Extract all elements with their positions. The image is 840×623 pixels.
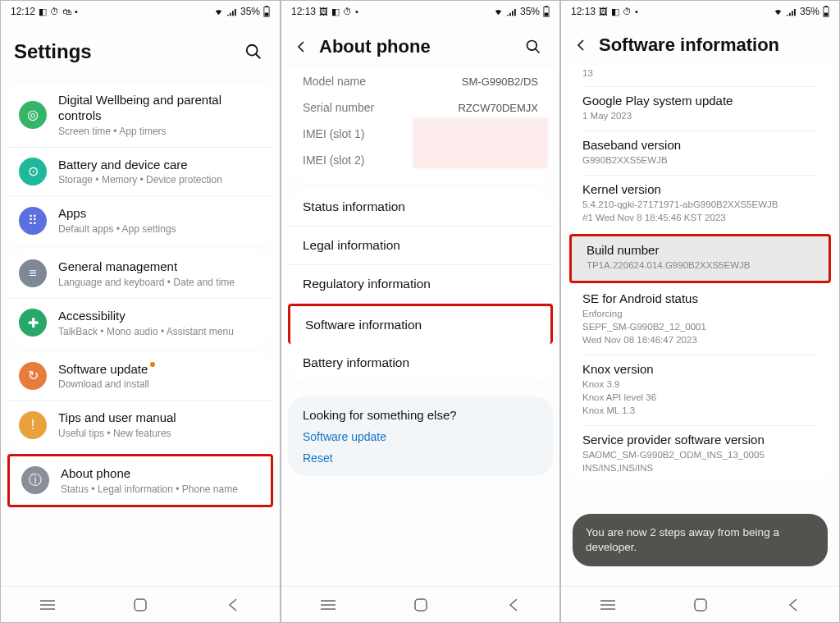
kv-value: RZCW70DEMJX xyxy=(458,102,538,114)
screen-software-info: 12:13 🖼 ◧ ⏱ • 35% Software information 1… xyxy=(560,0,840,623)
search-button[interactable] xyxy=(520,34,546,60)
svg-line-4 xyxy=(256,54,261,59)
status-indicator-icon: ◧ xyxy=(331,7,340,17)
search-button[interactable] xyxy=(240,39,267,65)
battery-icon xyxy=(823,6,829,17)
row-apps[interactable]: ⠿ Apps Default apps • App settings xyxy=(7,196,273,245)
info-sub: 1 May 2023 xyxy=(582,109,818,122)
row-regulatory-info[interactable]: Regulatory information xyxy=(288,265,553,304)
update-badge-icon xyxy=(150,362,155,367)
row-title: General management xyxy=(58,259,262,275)
row-baseband[interactable]: Baseband version G990B2XXS5EWJB xyxy=(568,131,833,175)
info-title: Knox version xyxy=(582,362,818,376)
nav-home[interactable] xyxy=(682,593,719,616)
svg-rect-11 xyxy=(545,13,549,16)
nav-recents[interactable] xyxy=(310,593,346,616)
row-general-management[interactable]: ≡ General management Language and keyboa… xyxy=(7,250,273,299)
row-battery-info[interactable]: Battery information xyxy=(288,344,553,382)
page-title: Settings xyxy=(14,40,240,63)
settings-group-1: ◎ Digital Wellbeing and parental control… xyxy=(7,83,273,245)
signal-icon xyxy=(787,7,797,16)
nav-recents[interactable] xyxy=(30,593,66,616)
nav-home[interactable] xyxy=(122,593,158,616)
screen-settings: 12:12 ◧ ⏱ 🛍 • 35% Settings ◎ xyxy=(0,0,281,623)
row-legal-info[interactable]: Legal information xyxy=(288,227,553,265)
nav-back[interactable] xyxy=(495,593,532,616)
row-title: Software update xyxy=(58,362,262,378)
info-sub: TP1A.220624.014.G990B2XXS5EWJB xyxy=(587,259,814,272)
nav-bar xyxy=(561,586,839,622)
info-sub: SAOMC_SM-G990B2_ODM_INS_13_0005 INS/INS,… xyxy=(582,448,818,474)
info-sub: Enforcing SEPF_SM-G990B2_12_0001 Wed Nov… xyxy=(582,307,818,346)
nav-back[interactable] xyxy=(215,593,251,616)
back-button[interactable] xyxy=(290,35,313,58)
info-sub: G990B2XXS5EWJB xyxy=(582,153,818,167)
dot-icon: • xyxy=(635,7,638,16)
row-kernel[interactable]: Kernel version 5.4.210-qgki-27171971-abG… xyxy=(568,176,833,232)
status-time: 12:12 xyxy=(11,6,35,17)
nav-recents[interactable] xyxy=(590,593,626,616)
battery-percent: 35% xyxy=(520,6,540,17)
link-reset[interactable]: Reset xyxy=(303,451,538,465)
svg-point-12 xyxy=(527,41,537,51)
row-sub: TalkBack • Mono audio • Assistant menu xyxy=(58,326,262,337)
status-bar: 12:13 🖼 ◧ ⏱ • 35% xyxy=(281,1,559,22)
signal-icon xyxy=(507,7,517,16)
row-sub: Language and keyboard • Date and time xyxy=(58,277,262,288)
status-bar: 12:12 ◧ ⏱ 🛍 • 35% xyxy=(1,1,280,22)
svg-rect-8 xyxy=(135,599,146,611)
svg-rect-2 xyxy=(265,13,269,16)
kv-model-name: Model name SM-G990B2/DS xyxy=(288,68,553,94)
row-knox[interactable]: Knox version Knox 3.9 Knox API level 36 … xyxy=(568,355,833,425)
row-se-android[interactable]: SE for Android status Enforcing SEPF_SM-… xyxy=(568,285,833,355)
row-sub: Status • Legal information • Phone name xyxy=(61,483,259,495)
row-tips[interactable]: ! Tips and user manual Useful tips • New… xyxy=(7,401,273,449)
info-title: SE for Android status xyxy=(582,291,818,305)
kv-key: IMEI (slot 1) xyxy=(303,127,364,140)
status-time: 12:13 xyxy=(571,6,596,17)
settings-header: Settings xyxy=(1,22,280,78)
kv-key: IMEI (slot 2) xyxy=(303,153,364,167)
battery-icon xyxy=(543,6,550,17)
apps-icon: ⠿ xyxy=(19,207,47,235)
row-sub: Useful tips • New features xyxy=(58,428,262,439)
row-battery-care[interactable]: ⊙ Battery and device care Storage • Memo… xyxy=(7,148,273,197)
row-sub: Screen time • App timers xyxy=(58,126,262,137)
row-accessibility[interactable]: ✚ Accessibility TalkBack • Mono audio • … xyxy=(7,299,273,347)
row-build-number[interactable]: Build number TP1A.220624.014.G990B2XXS5E… xyxy=(569,234,831,282)
version-card: 13 Google Play system update 1 May 2023 … xyxy=(568,65,833,483)
svg-rect-20 xyxy=(824,13,829,16)
screen-about-phone: 12:13 🖼 ◧ ⏱ • 35% About phone Model name… xyxy=(281,0,560,623)
status-time: 12:13 xyxy=(291,6,316,17)
kv-key: Serial number xyxy=(303,101,374,114)
svg-line-13 xyxy=(536,49,540,53)
row-software-update[interactable]: ↻ Software update Download and install xyxy=(7,352,273,401)
picture-icon: 🖼 xyxy=(599,7,608,16)
row-status-info[interactable]: Status information xyxy=(288,188,553,227)
about-links-card: Status information Legal information Reg… xyxy=(288,188,553,382)
dot-icon: • xyxy=(355,7,358,16)
developer-toast: You are now 2 steps away from being a de… xyxy=(573,514,828,566)
row-title: About phone xyxy=(61,466,259,482)
row-software-info[interactable]: Software information xyxy=(288,304,553,344)
link-software-update[interactable]: Software update xyxy=(303,430,538,443)
row-service-provider[interactable]: Service provider software version SAOMC_… xyxy=(568,426,833,483)
row-digital-wellbeing[interactable]: ◎ Digital Wellbeing and parental control… xyxy=(7,83,273,148)
wifi-icon xyxy=(213,7,224,16)
settings-group-3: ↻ Software update Download and install !… xyxy=(7,352,273,450)
back-button[interactable] xyxy=(569,34,592,57)
settings-group-2: ≡ General management Language and keyboa… xyxy=(7,250,273,347)
row-play-update[interactable]: Google Play system update 1 May 2023 xyxy=(568,87,833,131)
wellbeing-icon: ◎ xyxy=(19,101,47,129)
row-title: Tips and user manual xyxy=(58,410,262,426)
page-title: Software information xyxy=(599,34,826,56)
bag-icon: 🛍 xyxy=(62,7,71,16)
row-about-phone[interactable]: ⓘ About phone Status • Legal information… xyxy=(10,456,271,505)
nav-home[interactable] xyxy=(403,593,439,616)
accessibility-icon: ✚ xyxy=(19,309,47,337)
row-sub: Default apps • App settings xyxy=(58,223,262,235)
battery-care-icon: ⊙ xyxy=(19,158,47,186)
clock-icon: ⏱ xyxy=(50,7,59,16)
info-title: Service provider software version xyxy=(582,433,818,447)
nav-back[interactable] xyxy=(775,593,811,616)
